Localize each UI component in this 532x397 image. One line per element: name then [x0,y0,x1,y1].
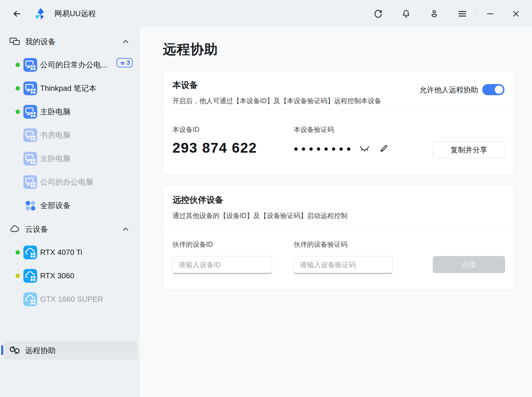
device-item[interactable]: RTX 3060 [0,264,139,287]
sidebar-item-remote-assist[interactable]: 远程协助 [0,341,139,359]
selected-highlight [4,341,137,359]
devices-icon [9,37,20,46]
device-id-value: 293 874 622 [172,140,257,156]
copy-share-button[interactable]: 复制并分享 [433,141,505,158]
minimize-icon [486,10,494,18]
device-label: RTX 3060 [40,271,74,280]
monitor-device-icon [23,58,37,72]
partner-card-title: 远控伙伴设备 [172,194,223,206]
refresh-icon [374,9,382,18]
back-arrow-icon [12,9,22,18]
status-dot [16,274,20,278]
device-item[interactable]: 次卧电脑 [0,147,139,170]
device-label: 公司的日常办公电... [40,60,107,70]
allow-remote-assist-label: 允许他人远程协助 [420,85,478,95]
bell-icon [402,9,410,18]
partner-code-label: 伙伴的设备验证码 [294,240,348,249]
account-button[interactable] [425,5,443,23]
device-item[interactable]: 书房电脑 [0,123,139,147]
page-title: 远程协助 [163,40,218,59]
card-divider [163,110,514,110]
eye-off-icon [359,145,370,152]
back-button[interactable] [8,5,26,23]
session-count: 3 [126,59,130,66]
device-label: Thinkpad 笔记本 [40,83,96,93]
menu-button[interactable] [453,5,471,23]
device-item[interactable]: GTX 1660 SUPER [0,287,139,311]
show-passcode-button[interactable] [358,143,371,154]
device-item[interactable]: 公司的办公电脑 [0,170,139,194]
toggle-knob [495,86,503,94]
my-devices-list: 公司的日常办公电... 3 Thinkpad 笔记本 主卧电脑 书房电脑 次卧电… [0,53,139,217]
cloud-devices-list: RTX 4070 Ti RTX 3060 GTX 1660 SUPER [0,241,139,311]
hamburger-icon [458,10,467,18]
sidebar: 我的设备 公司的日常办公电... 3 Thinkpad 笔记本 主卧电脑 书房电… [0,27,139,397]
remote-assist-label: 远程协助 [25,345,56,356]
app-logo-icon [34,7,46,20]
device-id-label: 本设备ID [172,125,199,134]
device-label: 公司的办公电脑 [40,177,93,187]
partner-id-label: 伙伴的设备ID [172,240,213,249]
device-item[interactable]: 公司的日常办公电... 3 [0,53,139,76]
monitor-device-icon [23,105,37,119]
partner-id-input[interactable] [172,256,272,274]
monitor-device-icon [23,152,37,166]
app-title: 网易UU远程 [54,8,96,19]
cloud-icon [9,225,20,233]
local-device-subtitle: 开启后，他人可通过【本设备ID】及【本设备验证码】远程控制本设备 [172,96,381,105]
card-divider [163,224,514,225]
monitor-device-icon [23,175,37,189]
all-devices-icon [23,199,37,212]
partner-card-subtitle: 通过其他设备的【设备ID】及【设备验证码】启动远程控制 [172,211,348,220]
device-item[interactable]: RTX 4070 Ti [0,241,139,264]
collapse-chevron-icon[interactable] [122,39,129,44]
my-devices-section-header[interactable]: 我的设备 [0,33,139,50]
cloud-devices-section-header[interactable]: 云设备 [0,220,139,238]
titlebar: 网易UU远程 [0,0,532,27]
my-devices-label: 我的设备 [25,37,122,47]
cloud-device-icon [23,269,37,283]
status-dot [16,86,20,91]
partner-code-input[interactable] [294,256,393,274]
cloud-devices-label: 云设备 [25,224,122,234]
cloud-device-icon [23,292,37,306]
close-icon [512,10,520,18]
status-dot [16,250,20,255]
refresh-button[interactable] [369,5,387,23]
minimize-button[interactable] [481,5,499,23]
device-item[interactable]: 全部设备 [0,194,139,217]
monitor-device-icon [23,81,37,95]
device-label: 全部设备 [40,200,71,211]
edit-passcode-button[interactable] [377,143,390,154]
passcode-label: 本设备验证码 [294,125,334,134]
status-dot [16,110,20,114]
device-label: 书房电脑 [40,130,71,140]
device-item[interactable]: 主卧电脑 [0,100,139,123]
local-device-card: 本设备 开启后，他人可通过【本设备ID】及【本设备验证码】远程控制本设备 允许他… [163,70,514,175]
user-icon [430,9,439,18]
session-count-badge: 3 [117,58,133,67]
device-item[interactable]: Thinkpad 笔记本 [0,76,139,100]
device-label: RTX 4070 Ti [40,248,82,257]
allow-remote-assist-toggle[interactable] [482,84,504,95]
device-label: GTX 1660 SUPER [40,295,103,304]
main-content: 远程协助 本设备 开启后，他人可通过【本设备ID】及【本设备验证码】远程控制本设… [139,27,532,397]
selected-accent-bar [1,345,3,355]
device-label: 主卧电脑 [40,107,71,117]
pencil-icon [379,144,388,153]
collapse-chevron-icon[interactable] [122,227,129,231]
app-window: 网易UU远程 [0,0,532,397]
local-device-title: 本设备 [172,79,198,91]
cloud-device-icon [23,246,37,259]
status-dot [16,63,20,67]
notifications-button[interactable] [397,5,415,23]
titlebar-divider [476,9,476,18]
device-label: 次卧电脑 [40,154,71,164]
passcode-masked-value: ●●●●●●●● [294,143,354,154]
partner-device-card: 远控伙伴设备 通过其他设备的【设备ID】及【设备验证码】启动远程控制 伙伴的设备… [163,185,514,290]
monitor-device-icon [23,128,37,142]
connect-button[interactable]: 连接 [433,256,505,273]
remote-assist-icon [9,345,20,356]
close-button[interactable] [507,5,525,23]
